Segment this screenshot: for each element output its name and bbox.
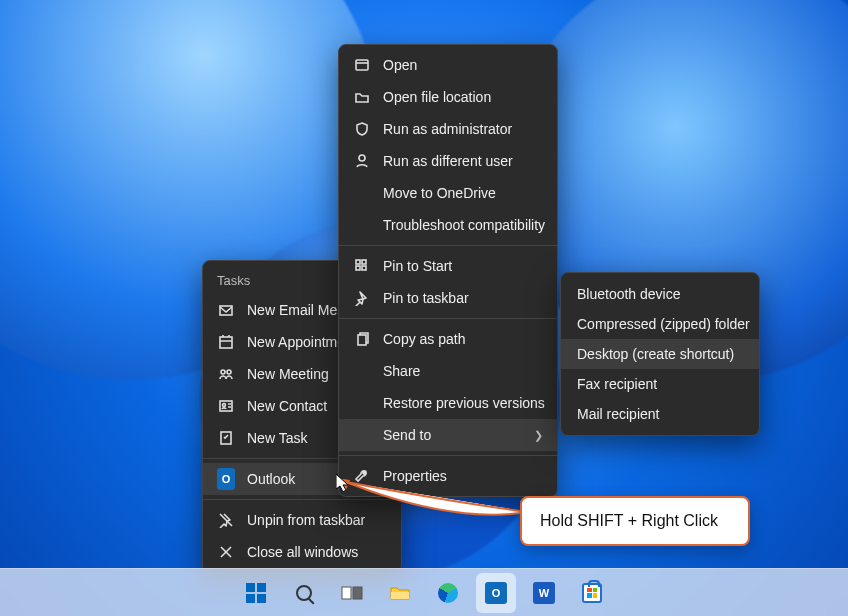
blank-icon <box>353 362 371 380</box>
close-icon <box>217 543 235 561</box>
sendto-item-1[interactable]: Compressed (zipped) folder <box>561 309 759 339</box>
context-menu: Open Open file location Run as administr… <box>338 44 558 497</box>
ctx-item-2-2[interactable]: Restore previous versions <box>339 387 557 419</box>
ctx-item-0-2[interactable]: Run as administrator <box>339 113 557 145</box>
ctx-item-label: Open file location <box>383 89 543 105</box>
ctx-item-0-4[interactable]: Move to OneDrive <box>339 177 557 209</box>
ctx-item-label: Send to <box>383 427 522 443</box>
svg-rect-13 <box>362 260 366 264</box>
ctx-item-label: Run as administrator <box>383 121 543 137</box>
meeting-icon <box>217 365 235 383</box>
svg-point-11 <box>359 155 365 161</box>
taskbar-outlook[interactable]: O <box>476 573 516 613</box>
ctx-item-label: Properties <box>383 468 543 484</box>
open-icon <box>353 56 371 74</box>
taskbar: OW <box>0 568 848 616</box>
ctx-item-2-1[interactable]: Share <box>339 355 557 387</box>
wrench-icon <box>353 467 371 485</box>
separator <box>339 455 557 456</box>
blank-icon <box>353 394 371 412</box>
svg-rect-12 <box>356 260 360 264</box>
taskbar-word[interactable]: W <box>524 573 564 613</box>
svg-rect-10 <box>356 60 368 70</box>
taskbar-start[interactable] <box>236 573 276 613</box>
svg-point-5 <box>223 404 226 407</box>
taskbar-explorer[interactable] <box>380 573 420 613</box>
blank-icon <box>353 426 371 444</box>
ctx-item-label: Move to OneDrive <box>383 185 543 201</box>
ctx-item-label: Troubleshoot compatibility <box>383 217 545 233</box>
sendto-item-0[interactable]: Bluetooth device <box>561 279 759 309</box>
ctx-item-0-0[interactable]: Open <box>339 49 557 81</box>
svg-rect-0 <box>220 306 232 315</box>
user-icon <box>353 152 371 170</box>
ctx-item-3-0[interactable]: Properties <box>339 460 557 492</box>
ctx-item-1-0[interactable]: Pin to Start <box>339 250 557 282</box>
separator <box>203 499 401 500</box>
chevron-right-icon: ❯ <box>534 429 543 442</box>
contact-icon <box>217 397 235 415</box>
ctx-item-0-5[interactable]: Troubleshoot compatibility <box>339 209 557 241</box>
separator <box>339 245 557 246</box>
pin-grid-icon <box>353 257 371 275</box>
pin-icon <box>353 289 371 307</box>
outlook-icon: O <box>485 582 507 604</box>
blank-icon <box>353 184 371 202</box>
ctx-item-label: Pin to taskbar <box>383 290 543 306</box>
ctx-item-2-3[interactable]: Send to ❯ <box>339 419 557 451</box>
sendto-submenu: Bluetooth deviceCompressed (zipped) fold… <box>560 272 760 436</box>
svg-rect-1 <box>220 337 232 348</box>
folder-icon <box>389 584 411 602</box>
svg-rect-16 <box>358 335 366 345</box>
svg-rect-14 <box>356 266 360 270</box>
svg-point-2 <box>221 370 225 374</box>
ctx-item-label: Copy as path <box>383 331 543 347</box>
blank-icon <box>353 216 371 234</box>
ctx-item-1-1[interactable]: Pin to taskbar <box>339 282 557 314</box>
tasks-action-1[interactable]: Close all windows <box>203 536 401 568</box>
ctx-item-2-0[interactable]: Copy as path <box>339 323 557 355</box>
svg-rect-20 <box>353 587 362 599</box>
tasks-action-label: Close all windows <box>247 544 387 560</box>
task-icon <box>217 429 235 447</box>
sendto-item-2[interactable]: Desktop (create shortcut) <box>561 339 759 369</box>
search-icon <box>296 585 312 601</box>
ctx-item-0-3[interactable]: Run as different user <box>339 145 557 177</box>
taskview-icon <box>341 584 363 602</box>
ctx-item-label: Restore previous versions <box>383 395 545 411</box>
taskbar-search[interactable] <box>284 573 324 613</box>
svg-rect-21 <box>391 592 409 599</box>
ctx-item-0-1[interactable]: Open file location <box>339 81 557 113</box>
ctx-item-label: Run as different user <box>383 153 543 169</box>
shield-icon <box>353 120 371 138</box>
svg-rect-15 <box>362 266 366 270</box>
taskbar-store[interactable] <box>572 573 612 613</box>
edge-icon <box>438 583 458 603</box>
taskbar-edge[interactable] <box>428 573 468 613</box>
folder-icon <box>353 88 371 106</box>
sendto-item-3[interactable]: Fax recipient <box>561 369 759 399</box>
svg-rect-19 <box>342 587 351 599</box>
calendar-icon <box>217 333 235 351</box>
ctx-item-label: Share <box>383 363 543 379</box>
outlook-icon: O <box>217 470 235 488</box>
unpin-icon <box>217 511 235 529</box>
ctx-item-label: Open <box>383 57 543 73</box>
svg-point-3 <box>227 370 231 374</box>
ctx-item-label: Pin to Start <box>383 258 543 274</box>
windows-logo-icon <box>246 583 266 603</box>
tasks-action-0[interactable]: Unpin from taskbar <box>203 504 401 536</box>
sendto-item-4[interactable]: Mail recipient <box>561 399 759 429</box>
store-icon <box>582 583 602 603</box>
mail-icon <box>217 301 235 319</box>
tasks-action-label: Unpin from taskbar <box>247 512 387 528</box>
copy-icon <box>353 330 371 348</box>
callout-box: Hold SHIFT + Right Click <box>520 496 750 546</box>
callout-text: Hold SHIFT + Right Click <box>540 512 718 529</box>
word-icon: W <box>533 582 555 604</box>
taskbar-taskview[interactable] <box>332 573 372 613</box>
separator <box>339 318 557 319</box>
